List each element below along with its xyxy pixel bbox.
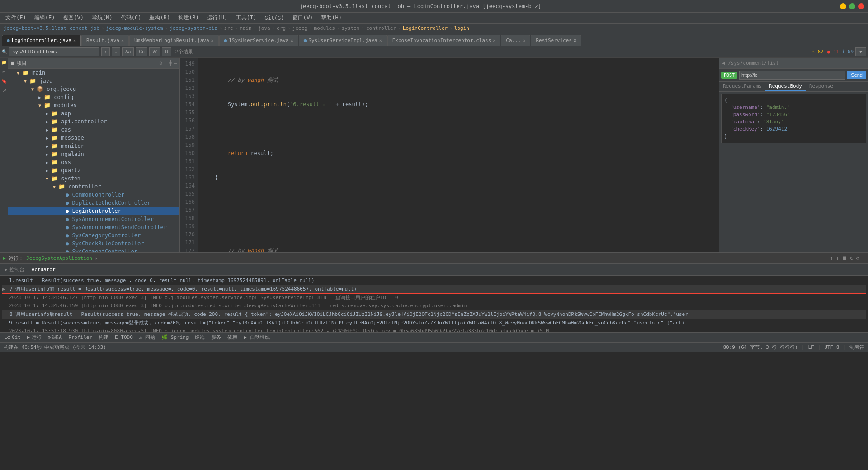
- breadcrumb-item[interactable]: login: [454, 25, 469, 31]
- tree-item-system[interactable]: ▼ 📁 system: [8, 174, 179, 183]
- menu-help[interactable]: 帮助(H): [317, 13, 345, 23]
- breadcrumb-item[interactable]: LoginController: [403, 25, 448, 31]
- bt-problems[interactable]: ⚠ 问题: [137, 334, 157, 341]
- tree-item-cas[interactable]: ▶ 📁 cas: [8, 126, 179, 134]
- bt-debug[interactable]: ⚙ 调试: [46, 334, 64, 341]
- maximize-button[interactable]: [849, 3, 855, 9]
- bottom-tab-actuator[interactable]: Actuator: [30, 266, 57, 273]
- bt-git[interactable]: ⎇ Git: [3, 334, 23, 340]
- menu-build[interactable]: 构建(B): [175, 13, 203, 23]
- bt-profiler[interactable]: Profiler: [66, 334, 94, 340]
- tab-exposeinvocation[interactable]: ExposeInvocationInterceptor.class ✕: [387, 35, 501, 46]
- tree-item-modules[interactable]: ▼ 📁 modules: [8, 101, 179, 109]
- menu-window[interactable]: 窗口(W): [289, 13, 317, 23]
- breadcrumb-item[interactable]: jeecg: [292, 25, 307, 31]
- tree-item-syscheckrule[interactable]: ● SysCheckRuleController: [8, 240, 179, 248]
- run-ctrl-settings[interactable]: ⚙: [856, 255, 859, 261]
- tree-item-commoncontroller[interactable]: ● CommonController: [8, 191, 179, 199]
- tab-close-result[interactable]: ✕: [121, 38, 124, 43]
- git-icon[interactable]: ⎇: [1, 88, 7, 93]
- send-button[interactable]: Send: [847, 71, 866, 79]
- tree-item-monitor[interactable]: ▶ 📁 monitor: [8, 142, 179, 150]
- bt-services[interactable]: 服务: [209, 334, 223, 341]
- bt-auto[interactable]: ▶ 自动埋线: [242, 334, 271, 341]
- breadcrumb-item[interactable]: org: [277, 25, 286, 31]
- breadcrumb-item[interactable]: system: [342, 25, 360, 31]
- tab-request-body[interactable]: RequestBody: [765, 82, 806, 91]
- api-url-input[interactable]: [739, 70, 845, 80]
- run-ctrl-reload[interactable]: ↻: [850, 255, 853, 261]
- tree-item-orgjeecg[interactable]: ▼ 📦 org.jeecg: [8, 85, 179, 93]
- tab-request-params[interactable]: RequestParams: [719, 82, 765, 91]
- minimize-button[interactable]: [840, 3, 846, 9]
- structure-icon[interactable]: ⊞: [1, 69, 7, 74]
- search-prev-btn[interactable]: ↑: [101, 47, 110, 56]
- sidebar-minus-icon[interactable]: –: [174, 60, 177, 66]
- breadcrumb-item[interactable]: controller: [366, 25, 396, 31]
- sidebar-add-icon[interactable]: ╋: [169, 60, 172, 66]
- breadcrumb-item[interactable]: java: [258, 25, 270, 31]
- bt-run[interactable]: ▶ 运行: [25, 334, 43, 341]
- tab-isysuserservice[interactable]: ● ISysUserService.java ✕: [219, 35, 298, 46]
- tree-item-sysannouncementsend[interactable]: ● SysAnnouncementSendController: [8, 223, 179, 231]
- tree-item-ngalain[interactable]: ▶ 📁 ngalain: [8, 150, 179, 158]
- tree-item-duplicatecheck[interactable]: ● DuplicateCheckController: [8, 199, 179, 207]
- menu-file[interactable]: 文件(F): [2, 13, 30, 23]
- project-icon[interactable]: 📁: [1, 60, 7, 65]
- tree-item-controller[interactable]: ▼ 📁 controller: [8, 183, 179, 191]
- tab-close-sysuserserviceimpl[interactable]: ✕: [379, 38, 382, 43]
- tree-item-message[interactable]: ▶ 📁 message: [8, 134, 179, 142]
- run-ctrl-minimize[interactable]: –: [862, 255, 865, 261]
- tree-item-api-controller[interactable]: ▶ 📁 api.controller: [8, 118, 179, 126]
- tree-item-aop[interactable]: ▶ 📁 aop: [8, 109, 179, 118]
- tab-response[interactable]: Response: [806, 82, 837, 91]
- breadcrumb-item[interactable]: src: [224, 25, 233, 31]
- tree-item-quartz[interactable]: ▶ 📁 quartz: [8, 166, 179, 174]
- sidebar-list-icon[interactable]: ≡: [164, 60, 167, 66]
- tab-close-login-controller[interactable]: ✕: [73, 38, 76, 43]
- tree-item-syscategory[interactable]: ● SysCategoryController: [8, 231, 179, 240]
- tab-close-ca[interactable]: ✕: [523, 38, 525, 43]
- tree-item-logincontroller[interactable]: ● LoginController: [8, 207, 179, 215]
- run-ctrl-down[interactable]: ↓: [836, 255, 839, 261]
- breadcrumb-item[interactable]: jeecg-system-biz: [170, 25, 217, 31]
- menu-run[interactable]: 运行(U): [203, 13, 231, 23]
- tab-login-controller[interactable]: ● LoginController.java ✕: [2, 35, 81, 46]
- search-input[interactable]: [9, 47, 99, 56]
- tab-close-isysuserservice[interactable]: ✕: [291, 38, 293, 43]
- menu-refactor[interactable]: 重构(R): [146, 13, 174, 23]
- menu-code[interactable]: 代码(C): [117, 13, 145, 23]
- search-replace-btn[interactable]: R: [162, 47, 171, 56]
- code-editor[interactable]: 149 150 151 152 153 154 155 156 157 158 …: [180, 58, 719, 252]
- bookmark-icon[interactable]: 🔖: [1, 79, 7, 84]
- menu-tools[interactable]: 工具(T): [232, 13, 260, 23]
- menu-edit[interactable]: 编辑(E): [31, 13, 59, 23]
- close-button[interactable]: [858, 3, 864, 9]
- run-ctrl-stop[interactable]: ⏹: [842, 255, 847, 261]
- tree-item-oss[interactable]: ▶ 📁 oss: [8, 158, 179, 166]
- search-regex-btn[interactable]: W: [149, 47, 160, 56]
- tree-item-java[interactable]: ▼ 📁 java: [8, 77, 179, 85]
- bt-spring[interactable]: 🌿 Spring: [160, 334, 190, 340]
- tab-sysuserserviceimpl[interactable]: ● SysUserServiceImpl.java ✕: [299, 35, 387, 46]
- menu-navigate[interactable]: 导航(N): [88, 13, 116, 23]
- console-content[interactable]: 1.result = Result(success=true, message=…: [0, 276, 868, 332]
- code-lines[interactable]: // by wangh 测试 System.out.println("6.res…: [198, 58, 719, 252]
- expand-btn[interactable]: ▼: [855, 47, 866, 56]
- run-ctrl-up[interactable]: ↑: [830, 255, 833, 261]
- tree-item-sysannouncement[interactable]: ● SysAnnouncementController: [8, 215, 179, 223]
- tab-restservices[interactable]: RestServices ⚙: [531, 35, 581, 46]
- search-next-btn[interactable]: ↓: [112, 47, 120, 56]
- menu-view[interactable]: 视图(V): [59, 13, 87, 23]
- breadcrumb-item[interactable]: main: [240, 25, 252, 31]
- bottom-tab-console[interactable]: ▶ 控制台: [3, 265, 26, 274]
- tab-close-expose[interactable]: ✕: [493, 38, 495, 43]
- bt-terminal[interactable]: 终端: [193, 334, 207, 341]
- bt-dependencies[interactable]: 依赖: [226, 334, 239, 341]
- menu-git[interactable]: Git(G): [261, 14, 288, 22]
- sidebar-gear-icon[interactable]: ⚙: [160, 60, 163, 66]
- tab-ca[interactable]: Ca... ✕: [501, 35, 530, 46]
- run-app-name[interactable]: JeecgSystemApplication: [26, 255, 92, 261]
- search-case-btn[interactable]: Aa: [122, 47, 134, 56]
- bt-build[interactable]: 构建: [97, 334, 110, 341]
